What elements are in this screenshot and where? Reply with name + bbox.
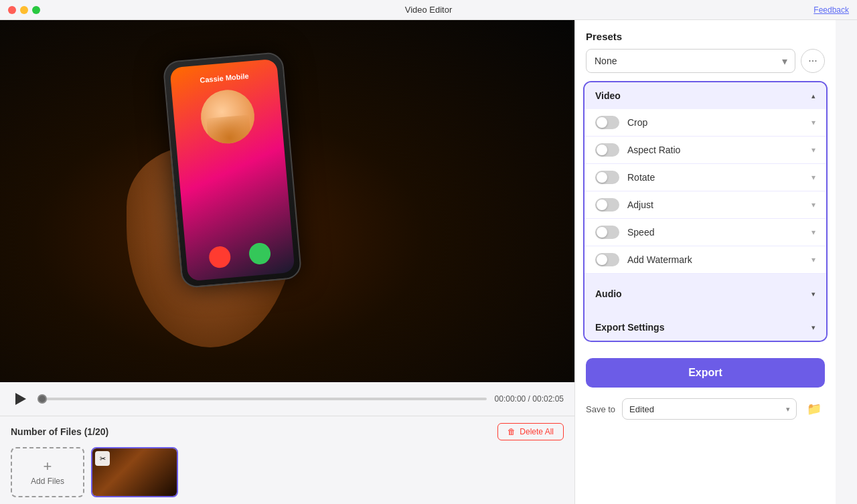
- minimize-button[interactable]: [20, 6, 28, 14]
- presets-title: Presets: [586, 31, 825, 42]
- current-time: 00:00:00: [495, 394, 526, 404]
- video-section-title: Video: [595, 90, 621, 101]
- adjust-row: Adjust ▾: [585, 191, 826, 219]
- aspect-ratio-label: Aspect Ratio: [627, 145, 803, 155]
- folder-icon: 📁: [807, 402, 822, 416]
- right-panel: Presets None 720p 1080p 4K ▾ ···: [574, 20, 836, 504]
- more-icon: ···: [808, 55, 817, 67]
- watermark-label: Add Watermark: [627, 254, 803, 265]
- maximize-button[interactable]: [32, 6, 40, 14]
- delete-icon: 🗑: [508, 427, 516, 436]
- time-display: 00:00:00 / 00:02:05: [495, 394, 564, 404]
- folder-button[interactable]: 📁: [803, 398, 825, 420]
- files-header: Number of Files (1/20) 🗑 Delete All: [11, 423, 564, 440]
- phone-visual: Cassie Mobile: [163, 52, 303, 288]
- speed-label: Speed: [627, 227, 803, 238]
- close-button[interactable]: [8, 6, 16, 14]
- watermark-chevron-icon: ▾: [811, 255, 815, 264]
- phone-screen: Cassie Mobile: [170, 59, 295, 282]
- feedback-link[interactable]: Feedback: [813, 5, 849, 15]
- presets-section: Presets None 720p 1080p 4K ▾ ···: [575, 20, 836, 81]
- scissors-icon: ✂: [95, 451, 110, 466]
- save-to-row: Save to Edited Downloads Desktop Documen…: [575, 393, 836, 428]
- presets-row: None 720p 1080p 4K ▾ ···: [586, 49, 825, 73]
- settings-panel: Video ▴ Crop ▾ Aspect Ratio ▾ Rotate ▾: [583, 81, 828, 342]
- audio-section-title: Audio: [595, 288, 622, 299]
- watermark-row: Add Watermark ▾: [585, 246, 826, 274]
- video-scene: Cassie Mobile: [0, 20, 574, 382]
- delete-all-button[interactable]: 🗑 Delete All: [497, 423, 564, 440]
- add-plus-icon: +: [44, 459, 52, 474]
- phone-face: [199, 88, 257, 146]
- total-time: 00:02:05: [532, 394, 564, 404]
- main-content: Cassie Mobile: [0, 20, 857, 504]
- file-thumbnail-1[interactable]: ✂: [91, 447, 178, 497]
- titlebar: Video Editor Feedback: [0, 0, 857, 20]
- crop-chevron-icon: ▾: [811, 118, 815, 127]
- progress-thumb[interactable]: [37, 394, 47, 404]
- rotate-toggle[interactable]: [595, 171, 619, 184]
- speed-chevron-icon: ▾: [811, 228, 815, 237]
- time-separator: /: [528, 394, 530, 404]
- crop-row: Crop ▾: [585, 109, 826, 137]
- adjust-chevron-icon: ▾: [811, 200, 815, 209]
- save-to-label: Save to: [586, 404, 615, 414]
- crop-label: Crop: [627, 117, 803, 128]
- bottom-panel: Number of Files (1/20) 🗑 Delete All + Ad…: [0, 416, 574, 504]
- export-settings-header[interactable]: Export Settings ▾: [585, 314, 826, 341]
- left-panel: Cassie Mobile: [0, 20, 574, 504]
- presets-select[interactable]: None 720p 1080p 4K: [586, 49, 795, 73]
- audio-section-header[interactable]: Audio ▾: [585, 274, 826, 314]
- phone-buttons: [185, 240, 294, 271]
- export-settings-chevron-icon: ▾: [811, 323, 815, 332]
- watermark-toggle[interactable]: [595, 253, 619, 266]
- export-label: Export: [688, 367, 722, 379]
- window-controls: [8, 6, 40, 14]
- more-options-button[interactable]: ···: [801, 49, 825, 73]
- phone-decline-btn: [208, 246, 232, 269]
- files-count-title: Number of Files (1/20): [11, 426, 108, 437]
- save-to-select-wrapper: Edited Downloads Desktop Documents ▾: [622, 398, 797, 420]
- aspect-ratio-row: Aspect Ratio ▾: [585, 137, 826, 164]
- aspect-ratio-chevron-icon: ▾: [811, 145, 815, 155]
- app-title: Video Editor: [405, 5, 453, 15]
- rotate-chevron-icon: ▾: [811, 173, 815, 182]
- files-list: + Add Files ✂: [11, 447, 564, 497]
- phone-caller-name: Cassie Mobile: [200, 72, 249, 84]
- video-player[interactable]: Cassie Mobile: [0, 20, 574, 382]
- play-icon: [15, 393, 26, 405]
- play-button[interactable]: [11, 390, 29, 408]
- export-settings-title: Export Settings: [595, 322, 664, 333]
- progress-bar[interactable]: [37, 398, 487, 400]
- adjust-label: Adjust: [627, 199, 803, 210]
- video-section-header[interactable]: Video ▴: [585, 82, 826, 109]
- speed-row: Speed ▾: [585, 219, 826, 246]
- crop-toggle[interactable]: [595, 116, 619, 129]
- export-button[interactable]: Export: [586, 358, 825, 388]
- add-files-label: Add Files: [31, 477, 64, 486]
- speed-toggle[interactable]: [595, 226, 619, 239]
- adjust-toggle[interactable]: [595, 198, 619, 212]
- video-section-chevron-icon: ▴: [811, 92, 815, 100]
- rotate-label: Rotate: [627, 172, 803, 183]
- aspect-ratio-toggle[interactable]: [595, 143, 619, 157]
- add-files-button[interactable]: + Add Files: [11, 447, 84, 497]
- rotate-row: Rotate ▾: [585, 164, 826, 191]
- video-background: Cassie Mobile: [0, 20, 574, 382]
- video-controls: 00:00:00 / 00:02:05: [0, 382, 574, 416]
- save-to-select[interactable]: Edited Downloads Desktop Documents: [622, 398, 797, 420]
- phone-accept-btn: [248, 242, 272, 266]
- delete-all-label: Delete All: [520, 427, 554, 436]
- presets-select-wrapper: None 720p 1080p 4K ▾: [586, 49, 795, 73]
- audio-section-chevron-icon: ▾: [811, 290, 815, 299]
